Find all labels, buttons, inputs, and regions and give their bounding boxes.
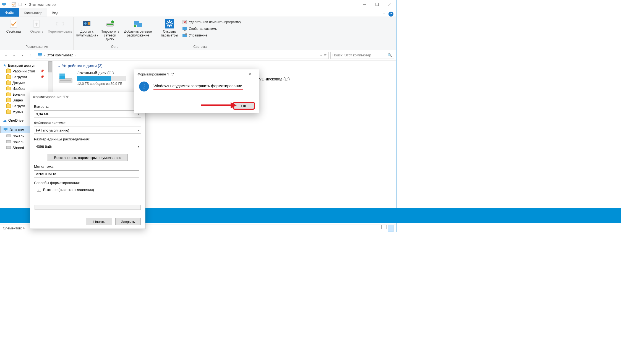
separator bbox=[34, 199, 141, 199]
folder-icon bbox=[6, 98, 11, 102]
help-icon[interactable]: ? bbox=[388, 12, 393, 17]
svg-point-13 bbox=[84, 22, 87, 25]
titlebar: | ▾ Этот компьютер bbox=[0, 0, 396, 9]
ribbon: Свойства Открыть Переименовать Расположе… bbox=[0, 17, 396, 50]
format-options-label: Способы форматирования: bbox=[34, 181, 141, 185]
tree-images[interactable]: Изобра bbox=[0, 86, 53, 91]
breadcrumb-root[interactable]: Этот компьютер bbox=[46, 53, 73, 57]
folder-icon bbox=[6, 81, 11, 85]
up-button[interactable]: ↑ bbox=[27, 52, 34, 59]
msgbox-text: Windows не удается завершить форматирова… bbox=[153, 84, 243, 90]
svg-rect-40 bbox=[4, 128, 7, 130]
details-view-icon[interactable] bbox=[381, 225, 387, 229]
restore-defaults-button[interactable]: Восстановить параметры по умолчанию bbox=[48, 154, 128, 161]
computer-tab[interactable]: Компьютер bbox=[19, 9, 47, 17]
close-button[interactable] bbox=[383, 0, 396, 9]
nav-bar: ← → ▾ ↑ › Этот компьютер › ⌄ ⟳ Поиск: Эт… bbox=[0, 50, 396, 61]
pc-icon bbox=[3, 127, 8, 132]
info-icon: i bbox=[139, 82, 149, 91]
svg-line-30 bbox=[167, 25, 168, 26]
allocation-label: Размер единицы распределения: bbox=[34, 137, 141, 141]
minimize-button[interactable] bbox=[358, 0, 371, 9]
group-location-label: Расположение bbox=[3, 45, 71, 49]
open-settings-button[interactable]: Открытьпараметры bbox=[159, 18, 180, 37]
allocation-select[interactable]: 4096 байт▾ bbox=[34, 143, 141, 150]
checkbox-icon: ✓ bbox=[37, 188, 41, 192]
new-folder-qat-icon[interactable] bbox=[18, 2, 23, 7]
pc-icon bbox=[2, 2, 6, 7]
forward-button[interactable]: → bbox=[11, 52, 17, 59]
svg-rect-8 bbox=[10, 20, 17, 28]
svg-line-28 bbox=[171, 25, 172, 26]
svg-rect-44 bbox=[6, 146, 11, 149]
network-drive-icon bbox=[105, 19, 115, 28]
add-network-location-button[interactable]: Добавить сетевоерасположение bbox=[123, 18, 153, 37]
volume-label-label: Метка тома: bbox=[34, 164, 141, 169]
media-access-button[interactable]: Доступ кмультимедиа▾ bbox=[76, 18, 97, 37]
qat-sep: | bbox=[9, 2, 9, 6]
address-bar[interactable]: › Этот компьютер › ⌄ ⟳ bbox=[36, 52, 329, 59]
uninstall-program-button[interactable]: Удалить или изменить программу bbox=[182, 20, 241, 25]
monitor-icon bbox=[182, 26, 187, 31]
group-network-label: Сеть bbox=[76, 45, 153, 49]
svg-rect-1 bbox=[3, 6, 5, 6]
ok-button[interactable]: OK bbox=[233, 102, 255, 110]
search-placeholder: Поиск: Этот компьютер bbox=[332, 53, 371, 57]
svg-rect-5 bbox=[376, 3, 379, 6]
file-tab[interactable]: Файл bbox=[0, 8, 19, 17]
address-dropdown-icon[interactable]: ⌄ bbox=[320, 54, 322, 57]
collapse-ribbon-icon[interactable]: ⌃ bbox=[383, 12, 386, 16]
view-tab[interactable]: Вид bbox=[47, 9, 63, 17]
close-format-button[interactable]: Закрыть bbox=[115, 218, 141, 225]
rename-button: Переименовать bbox=[49, 18, 71, 33]
open-icon bbox=[32, 19, 41, 28]
tree-quick-access[interactable]: ★Быстрый доступ bbox=[0, 62, 53, 68]
open-button: Открыть bbox=[26, 18, 47, 33]
drive-c-free: 12,0 ГБ свободно из 39,9 ГБ bbox=[77, 82, 122, 86]
gear-icon bbox=[165, 19, 174, 28]
svg-point-20 bbox=[134, 25, 136, 27]
cloud-icon: ☁ bbox=[3, 118, 7, 122]
svg-rect-34 bbox=[182, 27, 187, 30]
volume-label-input[interactable]: ANACONDA bbox=[34, 170, 139, 177]
search-input[interactable]: Поиск: Этот компьютер 🔍 bbox=[330, 52, 394, 59]
refresh-icon[interactable]: ⟳ bbox=[324, 53, 327, 57]
map-drive-button[interactable]: Подключитьсетевой диск▾ bbox=[100, 18, 121, 41]
svg-line-29 bbox=[171, 21, 172, 22]
folder-icon bbox=[6, 110, 11, 114]
capacity-select[interactable]: 9,94 МБ▾ bbox=[34, 110, 141, 117]
system-properties-button[interactable]: Свойства системы bbox=[182, 26, 241, 31]
recent-dropdown[interactable]: ▾ bbox=[19, 52, 26, 59]
msgbox-close-button[interactable]: ✕ bbox=[245, 70, 256, 78]
svg-rect-0 bbox=[2, 3, 6, 5]
devices-section-header[interactable]: ⌄ Устройства и диски (3) bbox=[58, 64, 391, 68]
svg-rect-42 bbox=[6, 135, 11, 137]
rename-icon bbox=[55, 19, 65, 28]
search-icon: 🔍 bbox=[388, 53, 392, 57]
qat-dropdown-icon[interactable]: ▾ bbox=[25, 3, 26, 6]
group-system-label: Система bbox=[159, 45, 241, 49]
back-button[interactable]: ← bbox=[2, 52, 9, 59]
start-button[interactable]: Начать bbox=[87, 218, 112, 225]
tree-desktop[interactable]: Рабочий стол📌 bbox=[0, 68, 53, 74]
media-icon bbox=[82, 19, 92, 28]
tree-downloads[interactable]: Загрузки📌 bbox=[0, 74, 53, 80]
svg-line-27 bbox=[167, 21, 168, 22]
manage-button[interactable]: Управление bbox=[182, 33, 241, 38]
svg-point-17 bbox=[111, 20, 114, 23]
drive-e[interactable]: DVD-дисковод (E:) bbox=[256, 77, 290, 81]
maximize-button[interactable] bbox=[371, 0, 383, 9]
filesystem-select[interactable]: FAT (по умолчанию)▾ bbox=[34, 127, 141, 134]
svg-rect-14 bbox=[88, 22, 90, 25]
svg-rect-48 bbox=[59, 74, 65, 76]
svg-rect-16 bbox=[107, 24, 113, 25]
quick-format-checkbox[interactable]: ✓ Быстрое (очистка оглавления) bbox=[34, 188, 141, 192]
properties-qat-icon[interactable] bbox=[12, 2, 16, 7]
pc-icon bbox=[38, 53, 42, 58]
svg-rect-41 bbox=[5, 130, 6, 131]
tiles-view-icon[interactable] bbox=[388, 225, 393, 232]
folder-icon bbox=[6, 104, 11, 108]
properties-button[interactable]: Свойства bbox=[3, 18, 24, 33]
drive-c-name: Локальный диск (C:) bbox=[77, 71, 126, 75]
tree-documents[interactable]: Докуме bbox=[0, 80, 53, 86]
